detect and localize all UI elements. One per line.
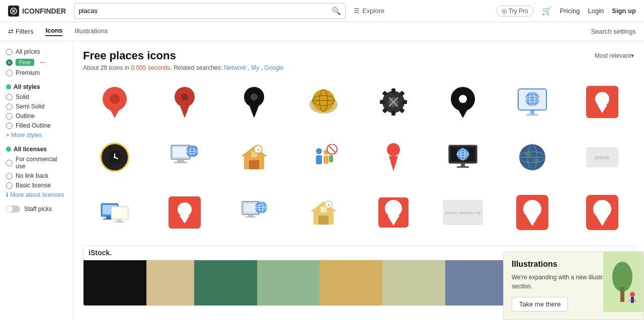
icon-img-23 [516, 196, 548, 229]
all-licenses-label[interactable]: All licenses [6, 146, 66, 153]
commercial-radio[interactable] [6, 160, 13, 166]
related-google[interactable]: Google [264, 64, 284, 71]
istock-thumb-5[interactable] [319, 260, 382, 305]
signup-link[interactable]: Sign up [612, 7, 636, 15]
comma1: , [246, 64, 251, 71]
green-dot-license-icon [6, 147, 11, 152]
istock-thumb-4[interactable] [257, 260, 320, 305]
icon-img-24 [586, 196, 618, 229]
icon-pin-black-large[interactable] [431, 79, 495, 125]
icon-img-10 [169, 141, 201, 173]
icon-placeholder2[interactable]: places, network, my [431, 190, 495, 235]
svg-point-104 [385, 200, 402, 217]
istock-thumb-2[interactable] [146, 260, 194, 305]
icon-red-square-large2[interactable] [571, 190, 634, 235]
icon-family-cancel[interactable] [292, 135, 355, 180]
semi-solid-style-option[interactable]: Semi Solid [6, 103, 66, 110]
commercial-use-option[interactable]: For commercial use [6, 156, 66, 170]
try-pro-button[interactable]: ◎ Try Pro [496, 6, 534, 17]
svg-marker-29 [457, 107, 469, 118]
licenses-section-label: All licenses [14, 146, 47, 153]
svg-point-2 [110, 94, 120, 104]
premium-option[interactable]: Premium [6, 69, 66, 76]
icons-grid-row2: ★ [83, 135, 634, 180]
icon-gear-dark[interactable] [362, 79, 425, 125]
filters-button[interactable]: ⇄ Filters [8, 28, 33, 35]
icon-world-blue[interactable] [501, 135, 564, 180]
take-me-there-button[interactable]: Take me there [512, 297, 568, 311]
cart-icon[interactable]: 🛒 [542, 6, 552, 16]
login-link[interactable]: Login [588, 7, 604, 15]
icon-img-14 [447, 141, 479, 173]
search-input[interactable] [78, 7, 332, 15]
red-square-18 [169, 196, 201, 229]
icon-clock-circle[interactable] [83, 135, 146, 180]
filled-outline-radio[interactable] [6, 123, 13, 129]
no-link-label: No link back [16, 172, 48, 179]
tab-icons[interactable]: Icons [45, 27, 62, 36]
icon-network-globe[interactable] [501, 79, 564, 125]
all-styles-label[interactable]: All styles [6, 83, 66, 90]
no-link-back-option[interactable]: No link back [6, 172, 66, 179]
icon-computer-globe[interactable] [152, 135, 216, 180]
related-network[interactable]: Network [224, 64, 246, 71]
icon-house[interactable]: ★ [222, 135, 286, 180]
all-prices-option[interactable]: All prices [6, 48, 66, 55]
svg-point-38 [595, 92, 609, 106]
svg-rect-17 [391, 88, 395, 93]
icon-red-square-small-pin[interactable] [152, 190, 216, 235]
icon-pin-small-red[interactable] [362, 135, 425, 180]
basic-license-radio[interactable] [6, 182, 13, 189]
free-radio[interactable] [6, 59, 13, 66]
no-link-radio[interactable] [6, 173, 13, 179]
outline-style-option[interactable]: Outline [6, 113, 66, 120]
icon-globe-gold[interactable] [292, 79, 355, 125]
search-bar[interactable]: 🔍 [74, 3, 346, 19]
icon-monitor-stack[interactable] [83, 190, 146, 235]
filled-outline-style-option[interactable]: Filled Outline [6, 122, 66, 129]
icon-computer-network[interactable] [222, 190, 286, 235]
free-option[interactable]: Free [6, 59, 34, 66]
related-my[interactable]: My [251, 64, 259, 71]
svg-marker-90 [180, 216, 190, 224]
icon-placeholder-places[interactable]: places [571, 135, 634, 180]
tab-illustrations[interactable]: Illustrations [74, 27, 108, 36]
basic-license-option[interactable]: Basic license [6, 182, 66, 189]
icon-red-square-pin[interactable] [571, 79, 634, 125]
semi-solid-label: Semi Solid [16, 103, 44, 110]
free-option-row: Free ← [6, 58, 66, 67]
pricing-link[interactable]: Pricing [560, 7, 580, 15]
search-settings-link[interactable]: Search settings [591, 28, 636, 35]
icon-house2[interactable]: ★ [292, 190, 355, 235]
illustrations-promo: Illustrations We're expanding with a new… [503, 251, 644, 320]
istock-thumb-6[interactable] [382, 260, 445, 305]
sort-selector[interactable]: Most relevant ▾ [595, 52, 634, 59]
more-licenses-link[interactable]: ℹ More about licenses [6, 191, 66, 198]
icon-img-13 [377, 141, 410, 173]
explore-button[interactable]: ☰ Explore [354, 7, 384, 15]
icon-pin-black[interactable] [222, 79, 286, 125]
solid-label: Solid [16, 93, 29, 100]
icon-pin-red[interactable] [83, 79, 146, 125]
staff-picks-toggle[interactable] [6, 205, 20, 212]
semi-solid-radio[interactable] [6, 103, 13, 110]
solid-style-option[interactable]: Solid [6, 93, 66, 100]
istock-thumb-1[interactable] [84, 260, 146, 305]
search-icon[interactable]: 🔍 [332, 7, 341, 16]
icon-img-3 [238, 86, 270, 118]
more-styles-link[interactable]: + More styles [6, 132, 66, 139]
outline-radio[interactable] [6, 113, 13, 120]
premium-radio[interactable] [6, 70, 13, 76]
all-prices-radio[interactable] [6, 49, 13, 55]
istock-thumb-7[interactable] [445, 260, 508, 305]
icon-pin-dark-red[interactable] [152, 79, 216, 125]
istock-thumb-3[interactable] [194, 260, 257, 305]
solid-radio[interactable] [6, 94, 13, 100]
icon-red-square-large[interactable] [501, 190, 564, 235]
svg-point-89 [178, 202, 192, 217]
icon-red-square-pin2[interactable] [362, 190, 425, 235]
icon-img-11: ★ [238, 141, 270, 173]
icon-monitor-globe[interactable] [431, 135, 495, 180]
more-styles-label: More styles [11, 132, 42, 139]
staff-picks-label: Staff picks [24, 205, 52, 212]
